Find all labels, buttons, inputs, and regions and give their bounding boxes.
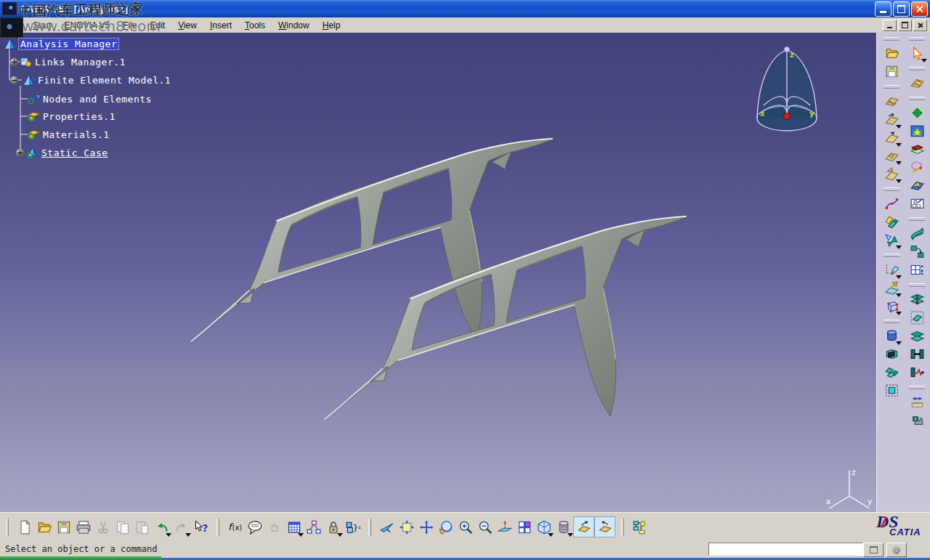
- surface-mesh-button[interactable]: [881, 92, 902, 110]
- normal-view-button[interactable]: [495, 517, 514, 537]
- close-button[interactable]: [911, 1, 928, 17]
- surface-sweep-pair-button[interactable]: [907, 224, 927, 243]
- toolbar-grip[interactable]: [884, 187, 899, 191]
- cone-shapes-button[interactable]: [881, 231, 902, 249]
- toolbar-grip[interactable]: [909, 97, 925, 100]
- knowledge-inspector-button[interactable]: [630, 517, 650, 537]
- sketch-sheet-button[interactable]: [907, 195, 927, 213]
- toolbar-grip[interactable]: [909, 37, 925, 41]
- free-edges-circle-button[interactable]: [907, 158, 927, 176]
- print-button[interactable]: [73, 517, 93, 537]
- clipping-box-button[interactable]: [881, 381, 902, 399]
- viewport-3d[interactable]: z x y z x y: [0, 33, 877, 512]
- surface-offset-1-button[interactable]: [881, 110, 902, 129]
- menu-insert[interactable]: Insert: [203, 19, 238, 32]
- tree-item-properties[interactable]: Properties.1: [28, 110, 116, 123]
- open-file-button[interactable]: [881, 44, 902, 62]
- mdi-restore-button[interactable]: [898, 20, 912, 31]
- undo-button[interactable]: [152, 517, 171, 537]
- menu-help[interactable]: Help: [316, 19, 347, 32]
- surface-offset-4-button[interactable]: [881, 165, 902, 183]
- paste-button[interactable]: [132, 517, 152, 537]
- multi-view-button[interactable]: [514, 517, 534, 537]
- star-surface-button[interactable]: [907, 122, 927, 140]
- mesh-visualization-button[interactable]: [907, 74, 927, 92]
- menu-edit[interactable]: Edit: [143, 19, 171, 32]
- toolbar-grip[interactable]: [909, 67, 925, 70]
- title-bar[interactable]: CATIA V5 - [Analysis1] 中国汽车工程师之家: [0, 0, 930, 17]
- relations-diagram-button[interactable]: [304, 517, 323, 537]
- transfer-boxes-button[interactable]: [907, 243, 927, 261]
- panel-link-button[interactable]: [907, 345, 927, 363]
- formula-fx-button[interactable]: f(x): [225, 517, 245, 537]
- panel-curve-button[interactable]: [907, 363, 927, 381]
- open-button[interactable]: [34, 517, 54, 537]
- toolbar-grip[interactable]: [884, 320, 899, 323]
- toolbar-grip[interactable]: [909, 386, 925, 389]
- tree-item-analysis-manager[interactable]: Analysis Manager: [4, 37, 118, 50]
- mdi-close-button[interactable]: [913, 20, 927, 31]
- minimize-button[interactable]: [875, 1, 891, 17]
- applied-view-2-button[interactable]: [594, 516, 615, 537]
- whats-this-button[interactable]: ?: [191, 517, 211, 537]
- comment-bubble-button[interactable]: [245, 517, 264, 537]
- toolbar-grip[interactable]: [621, 519, 624, 536]
- select-cursor-button[interactable]: [907, 44, 927, 62]
- menu-start[interactable]: Start: [26, 19, 57, 32]
- layered-red-surfaces-button[interactable]: [907, 140, 927, 158]
- render-style-button[interactable]: [554, 517, 573, 537]
- toolbar-grip[interactable]: [6, 519, 9, 536]
- extrude-dashed-box-button[interactable]: [907, 309, 927, 327]
- tree-item-fem-model[interactable]: Finite Element Model.1: [23, 73, 171, 86]
- pan-button[interactable]: [416, 517, 436, 537]
- mdi-minimize-button[interactable]: [883, 20, 897, 31]
- toolbar-grip[interactable]: [217, 519, 219, 536]
- fly-mode-button[interactable]: [377, 517, 397, 537]
- restore-button[interactable]: [893, 1, 910, 17]
- lock-button[interactable]: [323, 517, 343, 537]
- compass-base-handle[interactable]: [784, 113, 790, 119]
- applied-view-1-button[interactable]: [573, 516, 594, 537]
- tree-item-links-manager[interactable]: Links Manager.1: [20, 55, 126, 68]
- tree-item-materials[interactable]: Materials.1: [28, 128, 110, 141]
- menu-view[interactable]: View: [171, 19, 203, 32]
- split-grid-button[interactable]: [907, 261, 927, 279]
- measure-between-button[interactable]: [907, 393, 927, 411]
- plane-dotted-axis-button[interactable]: [881, 261, 902, 279]
- toolbar-grip[interactable]: [909, 217, 925, 221]
- parameter-equal-button[interactable]: }=: [343, 517, 363, 537]
- mail-button[interactable]: @: [886, 543, 907, 557]
- cylinder-mesh-button[interactable]: [881, 327, 902, 345]
- surface-offset-2-button[interactable]: [881, 129, 902, 147]
- fit-all-button[interactable]: [397, 517, 416, 537]
- toolbar-grip[interactable]: [909, 283, 925, 287]
- smooth-green-mesh-button[interactable]: [907, 104, 927, 122]
- box-window-button[interactable]: [881, 345, 902, 363]
- tree-collapse-fem-model[interactable]: [10, 76, 18, 84]
- copy-button[interactable]: [113, 517, 132, 537]
- plane-yellow-arrow-button[interactable]: [881, 279, 902, 297]
- new-document-button[interactable]: [15, 517, 34, 537]
- power-input-field[interactable]: [708, 543, 863, 556]
- menu-tools[interactable]: Tools: [238, 19, 272, 32]
- surface-offset-3-button[interactable]: [881, 147, 902, 165]
- compass-3d[interactable]: z x y: [754, 43, 820, 136]
- spreadsheet-button[interactable]: [284, 517, 304, 537]
- menu-enovia[interactable]: ENOVIA V5: [57, 19, 116, 32]
- toolbar-grip[interactable]: [884, 85, 899, 89]
- toolbar-grip[interactable]: [884, 253, 899, 257]
- body-side-frame-near[interactable]: [325, 216, 687, 419]
- isometric-view-button[interactable]: [534, 517, 554, 537]
- colored-mesh-button[interactable]: [907, 176, 927, 195]
- bounding-box-button[interactable]: [881, 297, 902, 315]
- rotate-button[interactable]: [436, 517, 456, 537]
- spline-curve-button[interactable]: [881, 195, 902, 213]
- tree-expand-static-case[interactable]: [16, 149, 24, 157]
- save-file-button[interactable]: [881, 62, 902, 81]
- menu-file[interactable]: File: [116, 19, 143, 32]
- tree-expand-links-manager[interactable]: [10, 58, 18, 66]
- toolbar-grip[interactable]: [884, 37, 899, 41]
- redo-button[interactable]: [171, 517, 191, 537]
- cut-button[interactable]: [93, 517, 113, 537]
- zoom-in-button[interactable]: [456, 517, 475, 537]
